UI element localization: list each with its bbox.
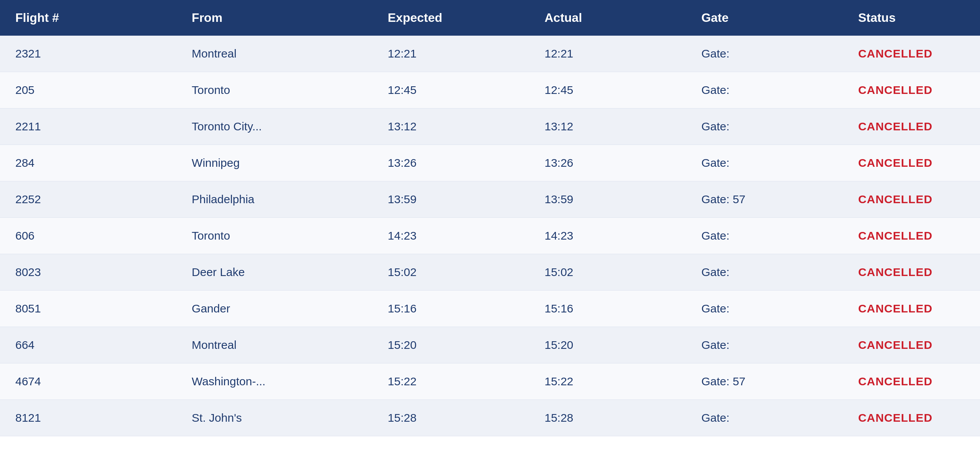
table-row: 4674Washington-...15:2215:22Gate: 57CANC… — [0, 363, 980, 400]
table-row: 8023Deer Lake15:0215:02Gate:CANCELLED — [0, 254, 980, 291]
cell-actual: 12:21 — [529, 36, 686, 72]
cell-gate: Gate: — [686, 218, 843, 254]
cell-status: CANCELLED — [843, 291, 980, 327]
cell-actual: 15:22 — [529, 363, 686, 400]
cell-gate: Gate: 57 — [686, 363, 843, 400]
cell-from: Montreal — [176, 36, 372, 72]
cell-flight: 2211 — [0, 108, 176, 145]
cell-from: Winnipeg — [176, 145, 372, 181]
cell-flight: 8051 — [0, 291, 176, 327]
cell-gate: Gate: — [686, 254, 843, 291]
cell-gate: Gate: — [686, 291, 843, 327]
cell-actual: 14:23 — [529, 218, 686, 254]
table-row: 606Toronto14:2314:23Gate:CANCELLED — [0, 218, 980, 254]
cell-from: Gander — [176, 291, 372, 327]
cell-status: CANCELLED — [843, 218, 980, 254]
cell-actual: 13:12 — [529, 108, 686, 145]
cell-gate: Gate: 57 — [686, 181, 843, 218]
flights-table: Flight # From Expected Actual Gate Statu… — [0, 0, 980, 436]
cell-expected: 13:12 — [372, 108, 529, 145]
cell-from: Toronto — [176, 218, 372, 254]
cell-actual: 15:02 — [529, 254, 686, 291]
cell-gate: Gate: — [686, 327, 843, 363]
cell-actual: 15:20 — [529, 327, 686, 363]
cell-status: CANCELLED — [843, 145, 980, 181]
table-header-row: Flight # From Expected Actual Gate Statu… — [0, 0, 980, 36]
table-row: 8121St. John's15:2815:28Gate:CANCELLED — [0, 400, 980, 436]
table-row: 2211Toronto City...13:1213:12Gate:CANCEL… — [0, 108, 980, 145]
table-row: 664Montreal15:2015:20Gate:CANCELLED — [0, 327, 980, 363]
cell-expected: 15:16 — [372, 291, 529, 327]
cell-flight: 8121 — [0, 400, 176, 436]
cell-status: CANCELLED — [843, 72, 980, 108]
table-row: 8051Gander15:1615:16Gate:CANCELLED — [0, 291, 980, 327]
header-expected: Expected — [372, 0, 529, 36]
cell-from: St. John's — [176, 400, 372, 436]
cell-from: Toronto City... — [176, 108, 372, 145]
cell-expected: 14:23 — [372, 218, 529, 254]
table-row: 284Winnipeg13:2613:26Gate:CANCELLED — [0, 145, 980, 181]
header-flight: Flight # — [0, 0, 176, 36]
flights-table-container: Flight # From Expected Actual Gate Statu… — [0, 0, 980, 436]
cell-expected: 13:26 — [372, 145, 529, 181]
cell-from: Philadelphia — [176, 181, 372, 218]
table-row: 205Toronto12:4512:45Gate:CANCELLED — [0, 72, 980, 108]
cell-status: CANCELLED — [843, 108, 980, 145]
cell-status: CANCELLED — [843, 254, 980, 291]
cell-actual: 13:59 — [529, 181, 686, 218]
cell-flight: 205 — [0, 72, 176, 108]
cell-actual: 13:26 — [529, 145, 686, 181]
cell-from: Montreal — [176, 327, 372, 363]
cell-status: CANCELLED — [843, 363, 980, 400]
cell-gate: Gate: — [686, 36, 843, 72]
cell-expected: 15:20 — [372, 327, 529, 363]
table-row: 2252Philadelphia13:5913:59Gate: 57CANCEL… — [0, 181, 980, 218]
cell-gate: Gate: — [686, 108, 843, 145]
cell-flight: 284 — [0, 145, 176, 181]
cell-flight: 2252 — [0, 181, 176, 218]
cell-gate: Gate: — [686, 72, 843, 108]
header-from: From — [176, 0, 372, 36]
cell-gate: Gate: — [686, 145, 843, 181]
cell-flight: 8023 — [0, 254, 176, 291]
cell-gate: Gate: — [686, 400, 843, 436]
cell-expected: 15:28 — [372, 400, 529, 436]
cell-expected: 15:02 — [372, 254, 529, 291]
cell-status: CANCELLED — [843, 181, 980, 218]
cell-actual: 15:16 — [529, 291, 686, 327]
cell-status: CANCELLED — [843, 400, 980, 436]
header-gate: Gate — [686, 0, 843, 36]
cell-from: Deer Lake — [176, 254, 372, 291]
cell-flight: 4674 — [0, 363, 176, 400]
header-actual: Actual — [529, 0, 686, 36]
cell-from: Toronto — [176, 72, 372, 108]
cell-status: CANCELLED — [843, 327, 980, 363]
header-status: Status — [843, 0, 980, 36]
cell-expected: 15:22 — [372, 363, 529, 400]
cell-status: CANCELLED — [843, 36, 980, 72]
table-row: 2321Montreal12:2112:21Gate:CANCELLED — [0, 36, 980, 72]
cell-actual: 15:28 — [529, 400, 686, 436]
cell-from: Washington-... — [176, 363, 372, 400]
cell-expected: 13:59 — [372, 181, 529, 218]
cell-expected: 12:21 — [372, 36, 529, 72]
cell-expected: 12:45 — [372, 72, 529, 108]
cell-flight: 664 — [0, 327, 176, 363]
cell-flight: 2321 — [0, 36, 176, 72]
cell-actual: 12:45 — [529, 72, 686, 108]
cell-flight: 606 — [0, 218, 176, 254]
